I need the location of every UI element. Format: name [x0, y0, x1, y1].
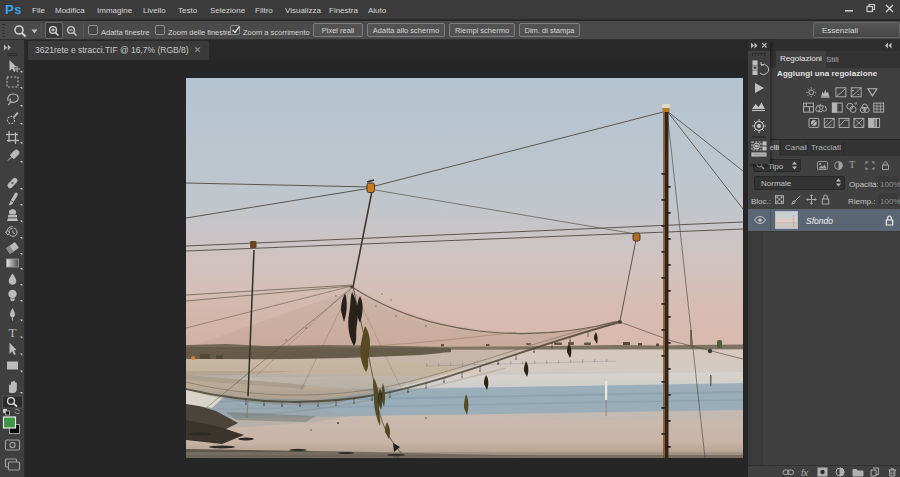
svg-text:T: T: [9, 325, 17, 340]
svg-text:fx: fx: [801, 468, 809, 477]
